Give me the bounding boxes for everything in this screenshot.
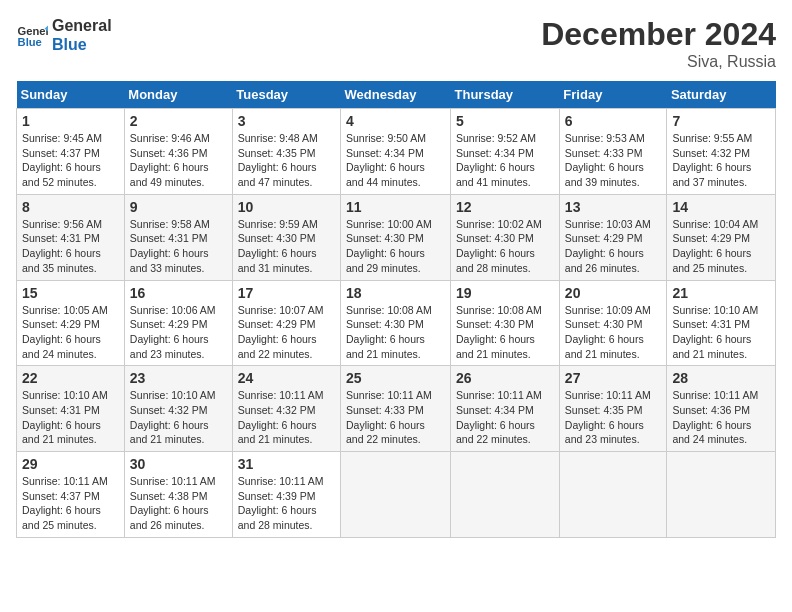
day-number: 28 <box>672 370 770 386</box>
day-detail: Sunrise: 10:11 AM Sunset: 4:39 PM Daylig… <box>238 474 335 533</box>
calendar-cell <box>341 452 451 538</box>
day-number: 10 <box>238 199 335 215</box>
day-detail: Sunrise: 10:04 AM Sunset: 4:29 PM Daylig… <box>672 217 770 276</box>
calendar-cell: 20 Sunrise: 10:09 AM Sunset: 4:30 PM Day… <box>559 280 667 366</box>
day-number: 25 <box>346 370 445 386</box>
calendar-week-row: 29 Sunrise: 10:11 AM Sunset: 4:37 PM Day… <box>17 452 776 538</box>
calendar-cell: 12 Sunrise: 10:02 AM Sunset: 4:30 PM Day… <box>451 194 560 280</box>
calendar-cell: 13 Sunrise: 10:03 AM Sunset: 4:29 PM Day… <box>559 194 667 280</box>
day-detail: Sunrise: 9:52 AM Sunset: 4:34 PM Dayligh… <box>456 131 554 190</box>
day-detail: Sunrise: 10:10 AM Sunset: 4:32 PM Daylig… <box>130 388 227 447</box>
day-number: 16 <box>130 285 227 301</box>
calendar-cell: 10 Sunrise: 9:59 AM Sunset: 4:30 PM Dayl… <box>232 194 340 280</box>
svg-text:General: General <box>18 25 48 37</box>
day-detail: Sunrise: 10:08 AM Sunset: 4:30 PM Daylig… <box>456 303 554 362</box>
day-detail: Sunrise: 10:02 AM Sunset: 4:30 PM Daylig… <box>456 217 554 276</box>
day-detail: Sunrise: 10:07 AM Sunset: 4:29 PM Daylig… <box>238 303 335 362</box>
weekday-header-saturday: Saturday <box>667 81 776 109</box>
day-number: 9 <box>130 199 227 215</box>
day-number: 30 <box>130 456 227 472</box>
calendar-cell: 6 Sunrise: 9:53 AM Sunset: 4:33 PM Dayli… <box>559 109 667 195</box>
day-detail: Sunrise: 10:05 AM Sunset: 4:29 PM Daylig… <box>22 303 119 362</box>
calendar-cell: 26 Sunrise: 10:11 AM Sunset: 4:34 PM Day… <box>451 366 560 452</box>
logo-line1: General <box>52 16 112 35</box>
calendar-week-row: 22 Sunrise: 10:10 AM Sunset: 4:31 PM Day… <box>17 366 776 452</box>
day-detail: Sunrise: 10:03 AM Sunset: 4:29 PM Daylig… <box>565 217 662 276</box>
day-detail: Sunrise: 9:53 AM Sunset: 4:33 PM Dayligh… <box>565 131 662 190</box>
day-detail: Sunrise: 10:11 AM Sunset: 4:34 PM Daylig… <box>456 388 554 447</box>
day-number: 22 <box>22 370 119 386</box>
day-detail: Sunrise: 9:45 AM Sunset: 4:37 PM Dayligh… <box>22 131 119 190</box>
calendar-cell: 23 Sunrise: 10:10 AM Sunset: 4:32 PM Day… <box>124 366 232 452</box>
day-detail: Sunrise: 10:11 AM Sunset: 4:33 PM Daylig… <box>346 388 445 447</box>
calendar-cell: 22 Sunrise: 10:10 AM Sunset: 4:31 PM Day… <box>17 366 125 452</box>
calendar-week-row: 1 Sunrise: 9:45 AM Sunset: 4:37 PM Dayli… <box>17 109 776 195</box>
calendar-cell: 1 Sunrise: 9:45 AM Sunset: 4:37 PM Dayli… <box>17 109 125 195</box>
day-number: 7 <box>672 113 770 129</box>
day-detail: Sunrise: 9:56 AM Sunset: 4:31 PM Dayligh… <box>22 217 119 276</box>
weekday-header-thursday: Thursday <box>451 81 560 109</box>
day-number: 24 <box>238 370 335 386</box>
day-number: 4 <box>346 113 445 129</box>
day-detail: Sunrise: 9:59 AM Sunset: 4:30 PM Dayligh… <box>238 217 335 276</box>
calendar-cell: 19 Sunrise: 10:08 AM Sunset: 4:30 PM Day… <box>451 280 560 366</box>
calendar-table: SundayMondayTuesdayWednesdayThursdayFrid… <box>16 81 776 538</box>
calendar-cell: 30 Sunrise: 10:11 AM Sunset: 4:38 PM Day… <box>124 452 232 538</box>
day-detail: Sunrise: 10:11 AM Sunset: 4:37 PM Daylig… <box>22 474 119 533</box>
day-number: 23 <box>130 370 227 386</box>
day-detail: Sunrise: 10:00 AM Sunset: 4:30 PM Daylig… <box>346 217 445 276</box>
calendar-week-row: 15 Sunrise: 10:05 AM Sunset: 4:29 PM Day… <box>17 280 776 366</box>
day-number: 14 <box>672 199 770 215</box>
day-detail: Sunrise: 9:48 AM Sunset: 4:35 PM Dayligh… <box>238 131 335 190</box>
svg-text:Blue: Blue <box>18 36 42 48</box>
calendar-cell: 21 Sunrise: 10:10 AM Sunset: 4:31 PM Day… <box>667 280 776 366</box>
calendar-cell: 24 Sunrise: 10:11 AM Sunset: 4:32 PM Day… <box>232 366 340 452</box>
calendar-cell: 27 Sunrise: 10:11 AM Sunset: 4:35 PM Day… <box>559 366 667 452</box>
calendar-cell: 29 Sunrise: 10:11 AM Sunset: 4:37 PM Day… <box>17 452 125 538</box>
day-number: 29 <box>22 456 119 472</box>
calendar-cell: 31 Sunrise: 10:11 AM Sunset: 4:39 PM Day… <box>232 452 340 538</box>
weekday-header-wednesday: Wednesday <box>341 81 451 109</box>
calendar-cell: 25 Sunrise: 10:11 AM Sunset: 4:33 PM Day… <box>341 366 451 452</box>
day-detail: Sunrise: 10:10 AM Sunset: 4:31 PM Daylig… <box>22 388 119 447</box>
day-number: 6 <box>565 113 662 129</box>
day-detail: Sunrise: 10:11 AM Sunset: 4:36 PM Daylig… <box>672 388 770 447</box>
calendar-cell: 7 Sunrise: 9:55 AM Sunset: 4:32 PM Dayli… <box>667 109 776 195</box>
weekday-header-monday: Monday <box>124 81 232 109</box>
calendar-week-row: 8 Sunrise: 9:56 AM Sunset: 4:31 PM Dayli… <box>17 194 776 280</box>
calendar-cell: 8 Sunrise: 9:56 AM Sunset: 4:31 PM Dayli… <box>17 194 125 280</box>
day-number: 12 <box>456 199 554 215</box>
day-detail: Sunrise: 9:50 AM Sunset: 4:34 PM Dayligh… <box>346 131 445 190</box>
day-number: 5 <box>456 113 554 129</box>
weekday-header-sunday: Sunday <box>17 81 125 109</box>
day-number: 1 <box>22 113 119 129</box>
day-detail: Sunrise: 10:11 AM Sunset: 4:35 PM Daylig… <box>565 388 662 447</box>
day-number: 20 <box>565 285 662 301</box>
calendar-cell: 5 Sunrise: 9:52 AM Sunset: 4:34 PM Dayli… <box>451 109 560 195</box>
day-number: 8 <box>22 199 119 215</box>
calendar-cell: 28 Sunrise: 10:11 AM Sunset: 4:36 PM Day… <box>667 366 776 452</box>
day-detail: Sunrise: 10:11 AM Sunset: 4:38 PM Daylig… <box>130 474 227 533</box>
day-number: 26 <box>456 370 554 386</box>
day-number: 17 <box>238 285 335 301</box>
day-detail: Sunrise: 10:06 AM Sunset: 4:29 PM Daylig… <box>130 303 227 362</box>
day-number: 11 <box>346 199 445 215</box>
day-detail: Sunrise: 10:10 AM Sunset: 4:31 PM Daylig… <box>672 303 770 362</box>
calendar-cell: 11 Sunrise: 10:00 AM Sunset: 4:30 PM Day… <box>341 194 451 280</box>
day-detail: Sunrise: 10:08 AM Sunset: 4:30 PM Daylig… <box>346 303 445 362</box>
calendar-cell: 16 Sunrise: 10:06 AM Sunset: 4:29 PM Day… <box>124 280 232 366</box>
calendar-cell <box>667 452 776 538</box>
day-number: 31 <box>238 456 335 472</box>
calendar-cell <box>559 452 667 538</box>
weekday-header-tuesday: Tuesday <box>232 81 340 109</box>
calendar-cell: 4 Sunrise: 9:50 AM Sunset: 4:34 PM Dayli… <box>341 109 451 195</box>
calendar-cell: 15 Sunrise: 10:05 AM Sunset: 4:29 PM Day… <box>17 280 125 366</box>
calendar-cell: 17 Sunrise: 10:07 AM Sunset: 4:29 PM Day… <box>232 280 340 366</box>
logo: General Blue General Blue <box>16 16 112 54</box>
location-subtitle: Siva, Russia <box>541 53 776 71</box>
day-number: 27 <box>565 370 662 386</box>
calendar-header-row: SundayMondayTuesdayWednesdayThursdayFrid… <box>17 81 776 109</box>
day-detail: Sunrise: 9:58 AM Sunset: 4:31 PM Dayligh… <box>130 217 227 276</box>
day-detail: Sunrise: 10:11 AM Sunset: 4:32 PM Daylig… <box>238 388 335 447</box>
day-number: 3 <box>238 113 335 129</box>
